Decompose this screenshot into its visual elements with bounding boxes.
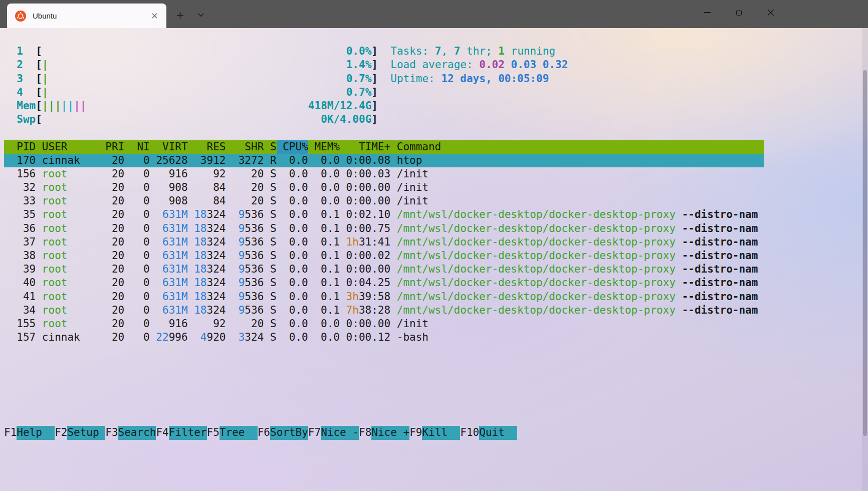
cell-cpu: 0.0 <box>277 331 308 344</box>
column-header-res[interactable]: RES <box>188 140 226 154</box>
column-header-virt[interactable]: VIRT <box>150 140 188 154</box>
cell-res-part: 18 <box>194 222 206 234</box>
cell-res-part: 324 <box>207 250 226 262</box>
command-path: /init <box>397 195 428 207</box>
process-row[interactable]: 156root2009169220S0.00.00:00.03/init <box>4 167 764 181</box>
column-header-user[interactable]: USER <box>42 140 99 154</box>
meter-pipes: | <box>42 86 49 99</box>
column-header-cmd[interactable]: Command <box>397 141 442 153</box>
cell-ni: 0 <box>124 235 150 249</box>
cell-shr: 9536 <box>226 290 264 304</box>
cell-state: S <box>264 317 276 331</box>
cell-time: 0:00.02 <box>340 249 390 263</box>
cell-time: 0:02.10 <box>340 208 390 221</box>
cell-command: /init <box>397 168 428 180</box>
meter-close-bracket: ] <box>371 86 378 98</box>
column-header-ni[interactable]: NI <box>124 140 150 154</box>
column-header-pri[interactable]: PRI <box>99 140 125 154</box>
blank-line <box>4 399 862 412</box>
header-band: PIDUSERPRINIVIRTRESSHRSCPU%MEM%TIME+Comm… <box>4 140 764 154</box>
cell-ni: 0 <box>124 194 150 208</box>
close-button[interactable] <box>755 0 786 25</box>
fnkey-f7[interactable]: F7Nice - <box>308 426 359 439</box>
cell-mem: 0.1 <box>308 304 340 317</box>
ubuntu-logo-icon <box>15 11 26 22</box>
process-row[interactable]: 32root2009088420S0.00.00:00.00/init <box>4 181 764 194</box>
cell-virt-part: 996 <box>169 331 188 343</box>
cell-cpu: 0.0 <box>277 235 308 249</box>
fnkey-f6[interactable]: F6SortBy <box>258 426 308 439</box>
fnkey-f10[interactable]: F10Quit <box>460 426 517 439</box>
cell-state: S <box>264 331 276 344</box>
meter-pipe-green: | <box>42 73 49 85</box>
process-row[interactable]: 40root200631M183249536S0.00.10:04.25/mnt… <box>4 276 764 290</box>
meter-label: 4 <box>17 86 36 99</box>
column-header-cpu[interactable]: CPU% <box>277 140 308 154</box>
info-segment: Uptime: <box>390 73 441 85</box>
cell-time-part: 38:28 <box>359 304 390 316</box>
fnkey-f1[interactable]: F1Help <box>4 426 55 439</box>
tab-ubuntu[interactable]: Ubuntu <box>7 4 166 28</box>
process-row-41: 41root200631M183249536S0.00.13h39:58/mnt… <box>4 290 862 304</box>
fnkey-key: F2 <box>55 426 67 438</box>
column-header-shr[interactable]: SHR <box>226 140 264 154</box>
command-args: --distro-nam <box>676 236 758 248</box>
process-row-37: 37root200631M183249536S0.00.11h31:41/mnt… <box>4 235 862 249</box>
process-row[interactable]: 33root2009088420S0.00.00:00.00/init <box>4 194 764 208</box>
cell-shr: 9536 <box>226 222 264 235</box>
cell-time: 0:00.03 <box>340 167 390 181</box>
terminal-screen[interactable]: 1[0.0%]Tasks: 7, 7 thr; 1 running2[|1.4%… <box>0 28 862 491</box>
tab-dropdown-button[interactable] <box>193 8 208 23</box>
meter-close-bracket: ] <box>371 45 378 57</box>
blank-line <box>4 31 862 45</box>
process-row[interactable]: 157cinnak2002299649203324S0.00.00:00.12-… <box>4 331 764 344</box>
column-header-time[interactable]: TIME+ <box>340 140 390 154</box>
column-header-mem[interactable]: MEM% <box>308 140 340 154</box>
cell-shr: 20 <box>226 317 264 331</box>
cell-res: 92 <box>188 317 226 331</box>
minimize-button[interactable] <box>692 0 723 25</box>
fnkey-f4[interactable]: F4Filter <box>156 426 206 439</box>
meter-close-bracket: ] <box>371 59 378 71</box>
new-tab-button[interactable] <box>172 8 187 23</box>
scrollbar[interactable] <box>862 28 868 491</box>
cell-state: S <box>264 290 276 304</box>
column-header-pid[interactable]: PID <box>4 140 36 154</box>
scrollbar-thumb[interactable] <box>863 70 867 436</box>
function-key-bar: F1HelpF2SetupF3SearchF4FilterF5TreeF6Sor… <box>4 426 862 439</box>
info-segment: 7 <box>435 45 442 57</box>
cell-shr: 9536 <box>226 249 264 263</box>
fnkey-f9[interactable]: F9Kill <box>409 426 460 439</box>
column-header-s[interactable]: S <box>264 140 276 154</box>
tab-close-button[interactable] <box>148 10 160 22</box>
process-row[interactable]: 35root200631M183249536S0.00.10:02.10/mnt… <box>4 208 764 221</box>
cell-time-part: 7h <box>346 304 359 316</box>
cell-res: 18324 <box>188 276 226 290</box>
process-row[interactable]: 36root200631M183249536S0.00.10:00.75/mnt… <box>4 222 764 235</box>
process-row[interactable]: 38root200631M183249536S0.00.10:00.02/mnt… <box>4 249 764 263</box>
meter-value: 0.7% <box>346 72 372 86</box>
cell-time-part: 0:00.12 <box>346 331 391 343</box>
fnkey-f2[interactable]: F2Setup <box>55 426 105 439</box>
fnkey-f3[interactable]: F3Search <box>105 426 156 439</box>
cell-user: root <box>42 276 99 290</box>
fnkey-label: Setup <box>67 426 105 439</box>
cell-mem: 0.1 <box>308 276 340 290</box>
process-row-156: 156root2009169220S0.00.00:00.03/init <box>4 167 862 181</box>
command-path: /mnt/wsl/docker-desktop/docker-desktop-p… <box>397 236 676 248</box>
process-row[interactable]: 34root200631M183249536S0.00.17h38:28/mnt… <box>4 304 764 317</box>
cell-time: 0:00.00 <box>340 181 390 194</box>
process-row[interactable]: 41root200631M183249536S0.00.13h39:58/mnt… <box>4 290 764 304</box>
fnkey-f5[interactable]: F5Tree <box>207 426 258 439</box>
maximize-button[interactable] <box>723 0 755 25</box>
cell-res-part: 324 <box>207 236 226 248</box>
cell-res-part: 18 <box>194 208 206 220</box>
uptime: Uptime: 12 days, 00:05:09 <box>390 73 549 85</box>
process-row[interactable]: 155root2009169220S0.00.00:00.00/init <box>4 317 764 331</box>
process-row[interactable]: 39root200631M183249536S0.00.10:00.00/mnt… <box>4 263 764 276</box>
process-row-selected[interactable]: 170cinnak2002562839123272R0.00.00:00.08h… <box>4 154 764 167</box>
process-row[interactable]: 37root200631M183249536S0.00.11h31:41/mnt… <box>4 235 764 249</box>
cell-cpu: 0.0 <box>277 276 308 290</box>
cell-shr: 20 <box>226 181 264 194</box>
fnkey-f8[interactable]: F8Nice + <box>359 426 409 439</box>
